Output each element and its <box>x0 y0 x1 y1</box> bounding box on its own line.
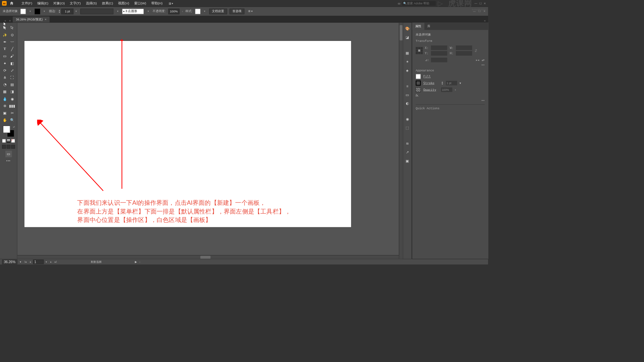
w-input[interactable] <box>456 46 472 50</box>
vertical-scrollbar[interactable] <box>399 22 402 259</box>
artboard[interactable]: 下面我们来认识一下AI的操作界面，点击AI界面的【新建】一个画板， 在界面上方是… <box>24 41 351 227</box>
appearance-panel-icon[interactable]: ◉ <box>405 117 410 122</box>
slice-tool[interactable]: ✂ <box>8 110 16 117</box>
free-transform-tool[interactable]: ⛶ <box>8 74 16 81</box>
transparency-panel-icon[interactable]: ◐ <box>405 101 410 106</box>
screen-mode-icon[interactable]: ▭ <box>5 150 12 157</box>
brush-dd[interactable]: ▾ <box>147 10 150 13</box>
perspective-tool[interactable]: ▤ <box>8 81 16 88</box>
swatches-panel-icon[interactable]: ▦ <box>405 51 410 56</box>
artboard-number-input[interactable] <box>33 260 44 264</box>
stroke-panel-icon[interactable]: ≡ <box>405 83 410 88</box>
angle-input[interactable] <box>431 58 447 62</box>
fx-label[interactable]: fx. <box>416 94 484 98</box>
tab-libraries[interactable]: 库 <box>424 22 433 30</box>
symbol-sprayer-tool[interactable]: ✲ <box>1 102 8 109</box>
magic-wand-tool[interactable]: ✨ <box>1 31 8 38</box>
gradient-mode-icon[interactable] <box>7 139 10 143</box>
horizontal-scrollbar[interactable] <box>17 255 399 259</box>
graph-tool[interactable]: ▮▮▮ <box>8 102 16 109</box>
menu-type[interactable]: 文字(T) <box>67 0 83 7</box>
rectangle-tool[interactable]: ▭ <box>1 53 8 60</box>
stroke-weight-panel-input[interactable] <box>446 81 457 85</box>
line-tool[interactable]: ╱ <box>8 46 16 53</box>
paintbrush-tool[interactable]: 🖌 <box>8 53 16 60</box>
stroke-stepper-icon[interactable]: ▲▼ <box>58 9 61 13</box>
fill-color[interactable] <box>3 126 10 133</box>
artboards-panel-icon[interactable]: ▣ <box>405 158 410 163</box>
color-mode-icon[interactable] <box>2 139 6 143</box>
fill-swatch-panel[interactable] <box>416 74 421 79</box>
color-panel-icon[interactable]: 🎨 <box>405 26 410 31</box>
draw-inside-icon[interactable] <box>11 145 15 148</box>
blend-tool[interactable]: ◉ <box>8 95 16 102</box>
vw-dd[interactable]: ▾ <box>116 10 120 13</box>
reference-point-icon[interactable] <box>416 47 423 54</box>
flip-v-icon[interactable]: ▴▾ <box>482 58 485 62</box>
tab-collapse-icon[interactable]: « <box>484 19 488 22</box>
width-tool[interactable]: ⋔ <box>1 74 8 81</box>
fill-stroke-swatches[interactable]: ⤾ <box>3 126 14 137</box>
artboard-dd[interactable]: ▾ <box>45 260 48 263</box>
scale-tool[interactable]: ⤢ <box>8 67 16 74</box>
fill-dd[interactable]: ▾ <box>29 10 32 13</box>
constrain-wh-icon[interactable]: ⮃ <box>474 49 477 53</box>
stroke-weight-input[interactable] <box>61 8 73 14</box>
window-min-icon[interactable]: — <box>474 2 477 5</box>
lasso-tool[interactable]: ⊙ <box>8 31 16 38</box>
artboard-tool[interactable]: ▣ <box>1 110 8 117</box>
h-input[interactable] <box>456 51 472 56</box>
help-search[interactable]: 🔍 <box>402 1 436 6</box>
first-artboard-icon[interactable]: I◂ <box>24 260 28 263</box>
edit-toolbar-icon[interactable]: ••• <box>6 159 11 162</box>
opacity-panel-input[interactable] <box>441 87 452 92</box>
zoom-dd[interactable]: ▾ <box>20 260 21 263</box>
opacity-open-panel-icon[interactable]: › <box>455 88 456 92</box>
gradient-panel-icon[interactable]: ▭ <box>405 92 410 97</box>
stroke-dd-panel[interactable]: ▾ <box>460 81 461 85</box>
appearance-more-icon[interactable]: ••• <box>416 99 484 103</box>
tab-close-small-icon[interactable]: × <box>9 19 13 22</box>
window-close-icon[interactable]: ✕ <box>484 2 486 5</box>
tab-close-icon[interactable]: × <box>45 18 46 21</box>
eraser-tool[interactable]: ◧ <box>8 60 16 67</box>
stroke-stepper-panel-icon[interactable]: ▲▼ <box>441 81 443 85</box>
flip-h-icon[interactable]: ▸◂ <box>476 58 479 62</box>
stroke-dd[interactable]: ▾ <box>43 10 46 13</box>
asset-export-panel-icon[interactable]: ↗ <box>405 149 410 155</box>
menu-select[interactable]: 选择(S) <box>83 0 99 7</box>
menu-effect[interactable]: 效果(C) <box>99 0 116 7</box>
rotate-tool[interactable]: ⟳ <box>1 67 8 74</box>
menu-help[interactable]: 帮助(H) <box>149 0 165 7</box>
type-tool[interactable]: T <box>1 46 8 53</box>
mesh-tool[interactable]: ▦ <box>1 88 8 95</box>
brush-def-dd[interactable]: 3 点圆形 <box>122 8 144 14</box>
stroke-swatch[interactable] <box>35 8 40 14</box>
brushes-panel-icon[interactable]: ✶ <box>405 59 410 64</box>
document-tab[interactable]: 36.26% (RGB/预览) × <box>13 16 49 22</box>
symbols-panel-icon[interactable]: ♣ <box>405 68 410 73</box>
help-search-input[interactable] <box>407 2 435 5</box>
swap-fill-stroke-icon[interactable]: ⤾ <box>13 125 15 128</box>
menu-edit[interactable]: 编辑(E) <box>35 0 51 7</box>
y-input[interactable] <box>431 51 447 56</box>
x-input[interactable] <box>431 46 447 50</box>
menu-object[interactable]: 对象(O) <box>51 0 67 7</box>
variable-width-dd[interactable] <box>80 8 114 14</box>
doc-setup-button[interactable]: 文档设置 <box>209 8 227 14</box>
transform-more-icon[interactable]: ••• <box>416 63 484 67</box>
opacity-open-icon[interactable]: › <box>182 10 183 13</box>
last-artboard-icon[interactable]: ▸I <box>54 260 58 263</box>
shaper-tool[interactable]: ✦ <box>1 60 8 67</box>
prefs-button[interactable]: 首选项 <box>229 8 244 14</box>
direct-select-tool[interactable] <box>8 24 16 31</box>
color-guide-panel-icon[interactable]: ◪ <box>405 35 410 40</box>
graphic-styles-panel-icon[interactable]: ⬚ <box>405 125 410 130</box>
arrange-docs-icon[interactable]: ▭ <box>398 2 400 5</box>
align-to-icon[interactable]: ⊞ ▾ <box>248 10 253 13</box>
draw-normal-icon[interactable] <box>2 145 6 148</box>
fill-swatch[interactable] <box>20 8 26 14</box>
style-dd[interactable]: ▾ <box>203 10 207 13</box>
opacity-input[interactable] <box>168 8 179 14</box>
shape-builder-tool[interactable]: ◔ <box>1 81 8 88</box>
